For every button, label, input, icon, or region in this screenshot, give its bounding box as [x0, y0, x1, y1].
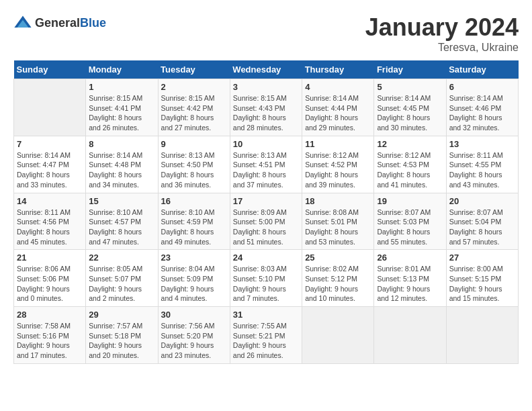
- calendar-cell: 13Sunrise: 8:11 AMSunset: 4:55 PMDayligh…: [446, 136, 518, 193]
- day-detail: Sunrise: 8:14 AMSunset: 4:47 PMDaylight:…: [17, 150, 83, 190]
- calendar-cell: 16Sunrise: 8:10 AMSunset: 4:59 PMDayligh…: [158, 193, 230, 250]
- day-detail: Sunrise: 7:58 AMSunset: 5:16 PMDaylight:…: [17, 321, 83, 361]
- day-number: 12: [377, 139, 443, 149]
- calendar-cell: 24Sunrise: 8:03 AMSunset: 5:10 PMDayligh…: [230, 250, 302, 307]
- calendar-cell: 11Sunrise: 8:12 AMSunset: 4:52 PMDayligh…: [302, 136, 374, 193]
- day-detail: Sunrise: 8:06 AMSunset: 5:06 PMDaylight:…: [17, 264, 83, 304]
- calendar-header: SundayMondayTuesdayWednesdayThursdayFrid…: [14, 60, 519, 79]
- day-number: 29: [89, 310, 154, 320]
- day-number: 2: [161, 82, 227, 92]
- day-detail: Sunrise: 8:14 AMSunset: 4:46 PMDaylight:…: [449, 93, 515, 133]
- calendar-cell: 1Sunrise: 8:15 AMSunset: 4:41 PMDaylight…: [86, 79, 158, 136]
- calendar-cell: 30Sunrise: 7:56 AMSunset: 5:20 PMDayligh…: [158, 307, 230, 364]
- day-detail: Sunrise: 8:05 AMSunset: 5:07 PMDaylight:…: [89, 264, 154, 304]
- calendar-cell: 4Sunrise: 8:14 AMSunset: 4:44 PMDaylight…: [302, 79, 374, 136]
- day-number: 5: [377, 82, 443, 92]
- day-number: 16: [161, 196, 227, 206]
- day-number: 9: [161, 139, 227, 149]
- header-day-monday: Monday: [86, 60, 158, 79]
- day-number: 27: [449, 253, 515, 263]
- day-number: 10: [233, 139, 299, 149]
- day-detail: Sunrise: 8:15 AMSunset: 4:43 PMDaylight:…: [233, 93, 299, 133]
- calendar-cell: 5Sunrise: 8:14 AMSunset: 4:45 PMDaylight…: [374, 79, 446, 136]
- day-number: 28: [17, 310, 83, 320]
- logo-blue: Blue: [80, 16, 106, 30]
- calendar-cell: 8Sunrise: 8:14 AMSunset: 4:48 PMDaylight…: [86, 136, 158, 193]
- calendar-cell: 26Sunrise: 8:01 AMSunset: 5:13 PMDayligh…: [374, 250, 446, 307]
- day-detail: Sunrise: 8:14 AMSunset: 4:44 PMDaylight:…: [305, 93, 371, 133]
- day-detail: Sunrise: 8:12 AMSunset: 4:52 PMDaylight:…: [305, 150, 371, 190]
- title-block: January 2024 Teresva, Ukraine: [365, 13, 519, 54]
- day-number: 22: [89, 253, 154, 263]
- calendar-cell: 29Sunrise: 7:57 AMSunset: 5:18 PMDayligh…: [86, 307, 158, 364]
- day-number: 3: [233, 82, 299, 92]
- day-number: 11: [305, 139, 371, 149]
- day-number: 26: [377, 253, 443, 263]
- day-number: 8: [89, 139, 154, 149]
- week-row-5: 28Sunrise: 7:58 AMSunset: 5:16 PMDayligh…: [14, 307, 519, 364]
- calendar-body: 1Sunrise: 8:15 AMSunset: 4:41 PMDaylight…: [14, 79, 519, 364]
- day-number: 4: [305, 82, 371, 92]
- calendar-cell: 7Sunrise: 8:14 AMSunset: 4:47 PMDaylight…: [14, 136, 86, 193]
- week-row-1: 1Sunrise: 8:15 AMSunset: 4:41 PMDaylight…: [14, 79, 519, 136]
- calendar-cell: 14Sunrise: 8:11 AMSunset: 4:56 PMDayligh…: [14, 193, 86, 250]
- day-number: 14: [17, 196, 83, 206]
- day-detail: Sunrise: 8:15 AMSunset: 4:42 PMDaylight:…: [161, 93, 227, 133]
- day-number: 19: [377, 196, 443, 206]
- day-detail: Sunrise: 8:01 AMSunset: 5:13 PMDaylight:…: [377, 264, 443, 304]
- day-number: 30: [161, 310, 227, 320]
- header-day-friday: Friday: [374, 60, 446, 79]
- day-detail: Sunrise: 7:55 AMSunset: 5:21 PMDaylight:…: [233, 321, 299, 361]
- day-detail: Sunrise: 7:56 AMSunset: 5:20 PMDaylight:…: [161, 321, 227, 361]
- page-header: GeneralBlue January 2024 Teresva, Ukrain…: [13, 13, 519, 54]
- logo-general: General: [35, 16, 80, 30]
- day-number: 18: [305, 196, 371, 206]
- day-number: 7: [17, 139, 83, 149]
- day-detail: Sunrise: 8:10 AMSunset: 4:57 PMDaylight:…: [89, 208, 154, 247]
- calendar-cell: [446, 307, 518, 364]
- header-day-thursday: Thursday: [302, 60, 374, 79]
- location-title: Teresva, Ukraine: [365, 42, 519, 54]
- day-detail: Sunrise: 8:14 AMSunset: 4:48 PMDaylight:…: [89, 150, 154, 190]
- calendar-cell: [374, 307, 446, 364]
- header-day-tuesday: Tuesday: [158, 60, 230, 79]
- calendar-cell: 19Sunrise: 8:07 AMSunset: 5:03 PMDayligh…: [374, 193, 446, 250]
- calendar-cell: 28Sunrise: 7:58 AMSunset: 5:16 PMDayligh…: [14, 307, 86, 364]
- calendar-cell: [302, 307, 374, 364]
- day-detail: Sunrise: 8:09 AMSunset: 5:00 PMDaylight:…: [233, 208, 299, 247]
- calendar-cell: 25Sunrise: 8:02 AMSunset: 5:12 PMDayligh…: [302, 250, 374, 307]
- day-detail: Sunrise: 7:57 AMSunset: 5:18 PMDaylight:…: [89, 321, 154, 361]
- day-detail: Sunrise: 8:04 AMSunset: 5:09 PMDaylight:…: [161, 264, 227, 304]
- day-detail: Sunrise: 8:08 AMSunset: 5:01 PMDaylight:…: [305, 208, 371, 247]
- month-title: January 2024: [365, 13, 519, 42]
- day-number: 25: [305, 253, 371, 263]
- day-detail: Sunrise: 8:15 AMSunset: 4:41 PMDaylight:…: [89, 93, 154, 133]
- calendar-cell: 3Sunrise: 8:15 AMSunset: 4:43 PMDaylight…: [230, 79, 302, 136]
- header-day-sunday: Sunday: [14, 60, 86, 79]
- calendar-cell: [14, 79, 86, 136]
- day-detail: Sunrise: 8:14 AMSunset: 4:45 PMDaylight:…: [377, 93, 443, 133]
- day-detail: Sunrise: 8:07 AMSunset: 5:03 PMDaylight:…: [377, 208, 443, 247]
- calendar-cell: 17Sunrise: 8:09 AMSunset: 5:00 PMDayligh…: [230, 193, 302, 250]
- day-detail: Sunrise: 8:03 AMSunset: 5:10 PMDaylight:…: [233, 264, 299, 304]
- day-number: 17: [233, 196, 299, 206]
- calendar-cell: 12Sunrise: 8:12 AMSunset: 4:53 PMDayligh…: [374, 136, 446, 193]
- day-detail: Sunrise: 8:11 AMSunset: 4:55 PMDaylight:…: [449, 150, 515, 190]
- day-number: 15: [89, 196, 154, 206]
- calendar-cell: 22Sunrise: 8:05 AMSunset: 5:07 PMDayligh…: [86, 250, 158, 307]
- calendar-cell: 10Sunrise: 8:13 AMSunset: 4:51 PMDayligh…: [230, 136, 302, 193]
- day-number: 6: [449, 82, 515, 92]
- header-day-saturday: Saturday: [446, 60, 518, 79]
- week-row-2: 7Sunrise: 8:14 AMSunset: 4:47 PMDaylight…: [14, 136, 519, 193]
- calendar-cell: 2Sunrise: 8:15 AMSunset: 4:42 PMDaylight…: [158, 79, 230, 136]
- calendar-cell: 31Sunrise: 7:55 AMSunset: 5:21 PMDayligh…: [230, 307, 302, 364]
- week-row-3: 14Sunrise: 8:11 AMSunset: 4:56 PMDayligh…: [14, 193, 519, 250]
- logo-text: GeneralBlue: [35, 16, 106, 30]
- week-row-4: 21Sunrise: 8:06 AMSunset: 5:06 PMDayligh…: [14, 250, 519, 307]
- calendar-cell: 23Sunrise: 8:04 AMSunset: 5:09 PMDayligh…: [158, 250, 230, 307]
- day-detail: Sunrise: 8:13 AMSunset: 4:50 PMDaylight:…: [161, 150, 227, 190]
- day-detail: Sunrise: 8:10 AMSunset: 4:59 PMDaylight:…: [161, 208, 227, 247]
- day-number: 23: [161, 253, 227, 263]
- day-number: 24: [233, 253, 299, 263]
- calendar-cell: 9Sunrise: 8:13 AMSunset: 4:50 PMDaylight…: [158, 136, 230, 193]
